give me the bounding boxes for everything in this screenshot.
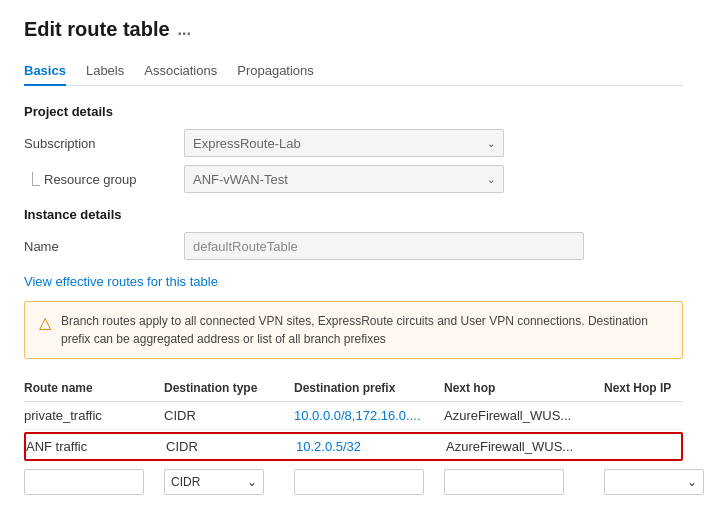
cell-dest-type: CIDR	[166, 439, 296, 454]
table-row-highlighted: ANF traffic CIDR 10.2.0.5/32 AzureFirewa…	[24, 432, 683, 461]
name-label: Name	[24, 239, 184, 254]
col-dest-prefix: Destination prefix	[294, 381, 444, 395]
new-nexthop-input[interactable]	[444, 469, 604, 495]
cell-dest-prefix[interactable]: 10.2.0.5/32	[296, 439, 446, 454]
subscription-label: Subscription	[24, 136, 184, 151]
tabs-bar: Basics Labels Associations Propagations	[24, 57, 683, 86]
more-icon[interactable]: ...	[178, 21, 191, 39]
subscription-chevron-icon: ⌄	[487, 138, 495, 149]
table-header-row: Route name Destination type Destination …	[24, 375, 683, 402]
col-dest-type: Destination type	[164, 381, 294, 395]
subscription-dropdown[interactable]: ExpressRoute-Lab ⌄	[184, 129, 504, 157]
name-field: defaultRouteTable	[184, 232, 584, 260]
subscription-value: ExpressRoute-Lab	[193, 136, 301, 151]
new-dest-prefix-input[interactable]	[294, 469, 444, 495]
nexthop-field[interactable]	[444, 469, 564, 495]
cell-next-hop: AzureFirewall_WUS...	[446, 439, 606, 454]
new-route-name-input[interactable]	[24, 469, 164, 495]
name-value: defaultRouteTable	[193, 239, 298, 254]
tab-basics[interactable]: Basics	[24, 57, 66, 86]
cell-next-hop: AzureFirewall_WUS...	[444, 408, 604, 423]
cell-route-name: private_traffic	[24, 408, 164, 423]
dest-type-value: CIDR	[171, 475, 200, 489]
resource-group-value: ANF-vWAN-Test	[193, 172, 288, 187]
col-route-name: Route name	[24, 381, 164, 395]
cell-route-name: ANF traffic	[26, 439, 166, 454]
route-name-field[interactable]	[24, 469, 144, 495]
col-next-hop-ip: Next Hop IP	[604, 381, 707, 395]
warning-icon: △	[39, 313, 51, 332]
table-row: private_traffic CIDR 10.0.0.0/8,172.16.0…	[24, 402, 683, 430]
cell-dest-prefix[interactable]: 10.0.0.0/8,172.16.0....	[294, 408, 444, 423]
resource-group-chevron-icon: ⌄	[487, 174, 495, 185]
new-dest-type-dropdown[interactable]: CIDR ⌄	[164, 469, 294, 495]
view-effective-routes-link[interactable]: View effective routes for this table	[24, 274, 218, 289]
tab-propagations[interactable]: Propagations	[237, 57, 314, 86]
dest-type-chevron-icon: ⌄	[247, 475, 257, 489]
resource-group-dropdown[interactable]: ANF-vWAN-Test ⌄	[184, 165, 504, 193]
resource-group-label: Resource group	[40, 172, 137, 187]
route-table: Route name Destination type Destination …	[24, 375, 683, 499]
col-next-hop: Next hop	[444, 381, 604, 395]
new-nexthop-ip-dropdown[interactable]: ⌄	[604, 469, 707, 495]
table-row: ANF traffic CIDR 10.2.0.5/32 AzureFirewa…	[26, 434, 681, 459]
project-details-title: Project details	[24, 104, 683, 119]
alert-box: △ Branch routes apply to all connected V…	[24, 301, 683, 359]
nexthop-ip-chevron-icon: ⌄	[687, 475, 697, 489]
tab-associations[interactable]: Associations	[144, 57, 217, 86]
instance-details-title: Instance details	[24, 207, 683, 222]
cell-dest-type: CIDR	[164, 408, 294, 423]
dest-prefix-field[interactable]	[294, 469, 424, 495]
page-title: Edit route table	[24, 18, 170, 41]
new-row-input: CIDR ⌄ ⌄	[24, 465, 683, 499]
tab-labels[interactable]: Labels	[86, 57, 124, 86]
alert-text: Branch routes apply to all connected VPN…	[61, 312, 668, 348]
